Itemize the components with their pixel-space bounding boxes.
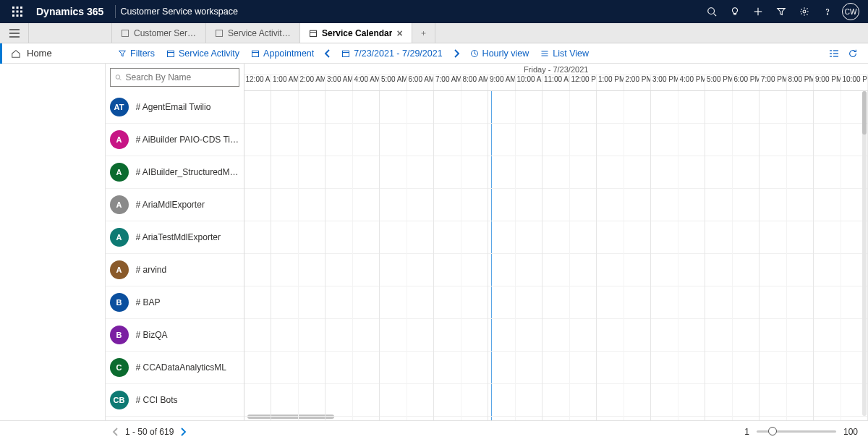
clock-icon xyxy=(470,49,479,58)
legend-icon xyxy=(829,49,839,58)
filter-icon xyxy=(118,49,127,58)
service-activity-button[interactable]: Service Activity xyxy=(161,43,245,63)
resource-label: # BAP xyxy=(136,297,161,307)
svg-rect-1 xyxy=(17,7,19,9)
user-avatar[interactable]: CW xyxy=(839,0,862,23)
vertical-scrollbar-thumb[interactable] xyxy=(862,91,867,135)
zoom-min-label: 1 xyxy=(744,427,749,437)
hour-cell: 4:00 AM xyxy=(353,75,380,90)
resource-row[interactable]: A# AiBuilder PAIO-CDS Tip NonPr xyxy=(106,124,244,156)
search-input[interactable] xyxy=(110,68,239,87)
svg-line-10 xyxy=(714,14,717,17)
hour-cell: 3:00 AM xyxy=(326,75,353,90)
tab-service-activities[interactable]: Service Activities M... xyxy=(206,23,300,43)
resource-label: # BizQA xyxy=(136,330,168,340)
home-button[interactable]: Home xyxy=(0,43,112,64)
avatar-badge: A xyxy=(110,130,129,149)
tab-label: Customer Service A... xyxy=(134,28,197,38)
next-range-button[interactable] xyxy=(448,43,464,63)
filters-button[interactable]: Filters xyxy=(112,43,161,63)
hour-cell: 12:00 PM xyxy=(570,75,597,90)
hour-cell: 4:00 PM xyxy=(678,75,706,90)
resource-row[interactable]: AT# AgentEmail Twilio xyxy=(106,91,244,124)
zoom-slider-thumb[interactable] xyxy=(768,427,777,435)
tab-service-calendar[interactable]: Service Calendar × xyxy=(300,23,412,43)
svg-rect-8 xyxy=(20,14,22,17)
resource-row[interactable]: B# BAP xyxy=(106,286,244,319)
refresh-icon xyxy=(848,48,858,59)
svg-rect-29 xyxy=(343,51,349,56)
svg-point-41 xyxy=(116,75,120,80)
hour-cell: 10:00 PM xyxy=(841,75,869,90)
hour-cell: 3:00 PM xyxy=(651,75,678,90)
svg-rect-25 xyxy=(168,51,174,56)
hour-cell: 7:00 PM xyxy=(760,75,787,90)
filter-icon[interactable] xyxy=(770,0,793,23)
vertical-divider xyxy=(115,5,116,18)
lightbulb-icon[interactable] xyxy=(723,0,746,23)
calendar-icon xyxy=(251,49,260,58)
gear-icon[interactable] xyxy=(793,0,816,23)
resource-row[interactable]: CB# CCI Bots xyxy=(106,384,244,417)
resource-label: # AiBuilder PAIO-CDS Tip NonPr xyxy=(136,135,239,145)
svg-rect-19 xyxy=(122,30,129,36)
new-tab-button[interactable] xyxy=(412,23,435,43)
refresh-button[interactable] xyxy=(843,43,868,63)
resource-row[interactable]: A# arvind xyxy=(106,254,244,286)
tab-label: Service Calendar xyxy=(322,28,392,38)
svg-point-15 xyxy=(827,14,827,14)
app-launcher-icon[interactable] xyxy=(6,7,29,17)
prev-range-button[interactable] xyxy=(320,43,336,63)
svg-rect-20 xyxy=(216,30,223,36)
svg-line-42 xyxy=(119,79,121,80)
resource-label: # AgentEmail Twilio xyxy=(136,102,211,112)
hourly-view-button[interactable]: Hourly view xyxy=(464,43,535,63)
hour-cell: 10:00 AM xyxy=(516,75,543,90)
tab-label: Service Activities M... xyxy=(228,28,291,38)
resource-row[interactable]: A# AIBuilder_StructuredML_PrePro xyxy=(106,156,244,189)
chevron-left-icon xyxy=(324,49,331,58)
close-icon[interactable]: × xyxy=(396,27,402,39)
zoom-slider[interactable] xyxy=(757,430,836,433)
hour-cell: 8:00 PM xyxy=(787,75,814,90)
vertical-scrollbar-track[interactable] xyxy=(862,91,867,416)
tab-customer-service[interactable]: Customer Service A... xyxy=(112,23,206,43)
legend-button[interactable] xyxy=(825,43,843,63)
pager: 1 - 50 of 619 xyxy=(112,427,187,437)
workspace-label: Customer Service workspace xyxy=(120,7,238,17)
avatar-badge: C xyxy=(110,358,129,377)
resource-row[interactable]: A# AriaMdlExporter xyxy=(106,189,244,221)
hour-cell: 12:00 AM xyxy=(244,75,272,90)
resource-row[interactable]: C# CCADataAnalyticsML xyxy=(106,352,244,384)
hour-cell: 1:00 PM xyxy=(597,75,624,90)
resource-label: # CCI Bots xyxy=(136,395,178,405)
appointment-button[interactable]: Appointment xyxy=(245,43,320,63)
home-icon xyxy=(11,48,21,59)
hour-cell: 7:00 AM xyxy=(434,75,461,90)
pager-label: 1 - 50 of 619 xyxy=(125,427,174,437)
hour-cell: 9:00 AM xyxy=(488,75,516,90)
list-view-button[interactable]: List View xyxy=(535,43,595,63)
hour-cell: 1:00 AM xyxy=(271,75,299,90)
avatar-badge: AT xyxy=(110,98,129,116)
svg-rect-2 xyxy=(20,7,22,9)
svg-rect-4 xyxy=(17,11,19,13)
add-icon[interactable] xyxy=(746,0,770,23)
search-field[interactable] xyxy=(126,72,234,82)
resource-label: # AIBuilder_StructuredML_PrePro xyxy=(136,167,239,177)
resource-row[interactable]: A# AriaTestMdlExporter xyxy=(106,221,244,254)
help-icon[interactable] xyxy=(816,0,839,23)
hour-cell: 5:00 PM xyxy=(705,75,733,90)
pager-next[interactable] xyxy=(179,428,187,436)
search-icon[interactable] xyxy=(700,0,723,23)
svg-rect-5 xyxy=(20,11,22,13)
avatar-badge: A xyxy=(110,228,129,247)
pager-prev[interactable] xyxy=(112,428,119,436)
calendar-grid[interactable] xyxy=(244,91,869,420)
day-header: Friday - 7/23/2021 xyxy=(244,64,869,75)
date-range-button[interactable]: 7/23/2021 - 7/29/2021 xyxy=(336,43,448,63)
resource-label: # CCADataAnalyticsML xyxy=(136,362,226,373)
resource-row[interactable]: B# BizQA xyxy=(106,319,244,352)
hamburger-icon[interactable] xyxy=(0,23,29,43)
calendar-icon xyxy=(309,29,318,38)
